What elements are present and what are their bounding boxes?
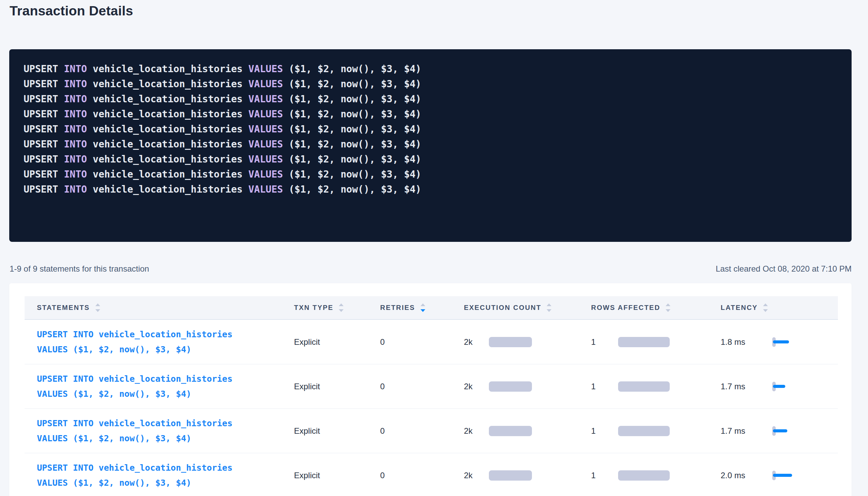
execution-count-cell: 2k xyxy=(464,381,591,392)
statement-line-2: VALUES ($1, $2, now(), $3, $4) xyxy=(37,431,294,446)
latency-value: 1.7 ms xyxy=(721,426,772,436)
sql-statement-line: UPSERT INTO vehicle_location_histories V… xyxy=(24,167,852,182)
table-row: UPSERT INTO vehicle_location_histories V… xyxy=(25,409,838,453)
sql-statement-line: UPSERT INTO vehicle_location_histories V… xyxy=(24,62,852,77)
retries-cell: 0 xyxy=(380,426,464,436)
sort-icon[interactable] xyxy=(547,303,551,312)
sort-icon[interactable] xyxy=(420,303,425,312)
statement-cell: UPSERT INTO vehicle_location_histories V… xyxy=(25,371,294,402)
execution-count-cell: 2k xyxy=(464,426,591,436)
latency-bar xyxy=(773,385,785,388)
execution-count-bar xyxy=(489,381,532,392)
column-header-rows-affected[interactable]: ROWS AFFECTED xyxy=(591,303,721,312)
sql-statement-line: UPSERT INTO vehicle_location_histories V… xyxy=(24,122,852,137)
sort-icon[interactable] xyxy=(763,303,768,312)
sql-table-name: vehicle_location_histories xyxy=(93,93,248,105)
sql-table-name: vehicle_location_histories xyxy=(93,169,248,180)
rows-affected-value: 1 xyxy=(591,426,618,436)
sql-keyword-values: VALUES xyxy=(248,63,289,75)
rows-affected-bar xyxy=(618,381,670,392)
rows-affected-cell: 1 xyxy=(591,337,721,347)
rows-affected-cell: 1 xyxy=(591,426,721,436)
sql-table-name: vehicle_location_histories xyxy=(93,154,248,165)
sql-keyword-into: INTO xyxy=(64,78,93,90)
execution-count-value: 2k xyxy=(464,382,489,391)
statements-count-summary: 1-9 of 9 statements for this transaction xyxy=(10,264,149,274)
statement-line-2: VALUES ($1, $2, now(), $3, $4) xyxy=(37,475,294,491)
statement-line-2: VALUES ($1, $2, now(), $3, $4) xyxy=(37,387,294,402)
column-label: TXN TYPE xyxy=(294,304,333,312)
sort-icon[interactable] xyxy=(666,303,670,312)
execution-count-value: 2k xyxy=(464,337,489,347)
latency-bar-chart xyxy=(772,381,813,392)
rows-affected-value: 1 xyxy=(591,337,618,347)
column-header-txn-type[interactable]: TXN TYPE xyxy=(294,303,380,312)
sort-icon[interactable] xyxy=(95,303,100,312)
sql-keyword-into: INTO xyxy=(64,63,93,75)
retries-cell: 0 xyxy=(380,471,464,480)
sql-token: UPSERT xyxy=(24,169,64,180)
latency-bar xyxy=(773,429,787,432)
retries-cell: 0 xyxy=(380,337,464,347)
execution-count-value: 2k xyxy=(464,471,489,480)
statement-link[interactable]: UPSERT INTO vehicle_location_histories V… xyxy=(37,460,294,491)
execution-count-value: 2k xyxy=(464,426,489,436)
latency-cell: 2.0 ms xyxy=(721,470,838,481)
sql-token: UPSERT xyxy=(24,123,64,135)
latency-value: 1.8 ms xyxy=(721,337,772,347)
statement-link[interactable]: UPSERT INTO vehicle_location_histories V… xyxy=(37,327,294,357)
rows-affected-bar xyxy=(618,337,670,347)
statement-line-1: UPSERT INTO vehicle_location_histories xyxy=(37,371,294,387)
latency-cell: 1.7 ms xyxy=(721,426,838,436)
sql-statement-line: UPSERT INTO vehicle_location_histories V… xyxy=(24,77,852,92)
sql-args: ($1, $2, now(), $3, $4) xyxy=(289,63,421,75)
txn-type-cell: Explicit xyxy=(294,471,380,480)
rows-affected-bar xyxy=(618,426,670,436)
latency-cell: 1.7 ms xyxy=(721,381,838,392)
column-header-latency[interactable]: LATENCY xyxy=(721,303,838,312)
statement-cell: UPSERT INTO vehicle_location_histories V… xyxy=(25,327,294,357)
sql-args: ($1, $2, now(), $3, $4) xyxy=(289,123,421,135)
column-label: LATENCY xyxy=(721,304,758,312)
sql-args: ($1, $2, now(), $3, $4) xyxy=(289,108,421,120)
column-header-execution-count[interactable]: EXECUTION COUNT xyxy=(464,303,591,312)
sql-keyword-values: VALUES xyxy=(248,154,289,165)
table-row: UPSERT INTO vehicle_location_histories V… xyxy=(25,453,838,496)
sql-statement-line: UPSERT INTO vehicle_location_histories V… xyxy=(24,92,852,107)
latency-cell: 1.8 ms xyxy=(721,337,838,347)
sql-keyword-values: VALUES xyxy=(248,123,289,135)
statement-line-1: UPSERT INTO vehicle_location_histories xyxy=(37,327,294,342)
statement-cell: UPSERT INTO vehicle_location_histories V… xyxy=(25,416,294,446)
latency-bar xyxy=(773,474,792,477)
sql-token: UPSERT xyxy=(24,154,64,165)
sql-statement-line: UPSERT INTO vehicle_location_histories V… xyxy=(24,107,852,122)
sql-args: ($1, $2, now(), $3, $4) xyxy=(289,154,421,165)
statement-link[interactable]: UPSERT INTO vehicle_location_histories V… xyxy=(37,371,294,402)
latency-bar xyxy=(773,340,789,343)
column-header-statements[interactable]: STATEMENTS xyxy=(25,303,294,312)
execution-count-bar xyxy=(489,337,532,347)
execution-count-cell: 2k xyxy=(464,337,591,347)
rows-affected-value: 1 xyxy=(591,382,618,391)
statement-line-1: UPSERT INTO vehicle_location_histories xyxy=(37,460,294,475)
page-title: Transaction Details xyxy=(10,3,133,18)
column-label: RETRIES xyxy=(380,304,415,312)
sql-token: UPSERT xyxy=(24,184,64,195)
statements-table-card: STATEMENTS TXN TYPE RETRIES EXECUTION CO… xyxy=(9,283,852,496)
statement-link[interactable]: UPSERT INTO vehicle_location_histories V… xyxy=(37,416,294,446)
column-header-retries[interactable]: RETRIES xyxy=(380,303,464,312)
sql-keyword-into: INTO xyxy=(64,184,93,195)
sql-keyword-values: VALUES xyxy=(248,184,289,195)
table-header: STATEMENTS TXN TYPE RETRIES EXECUTION CO… xyxy=(25,296,838,320)
sql-token: UPSERT xyxy=(24,139,64,150)
column-label: EXECUTION COUNT xyxy=(464,304,541,312)
sql-keyword-values: VALUES xyxy=(248,169,289,180)
rows-affected-value: 1 xyxy=(591,471,618,480)
execution-count-bar xyxy=(489,426,532,436)
sql-table-name: vehicle_location_histories xyxy=(93,108,248,120)
sql-token: UPSERT xyxy=(24,63,64,75)
sql-table-name: vehicle_location_histories xyxy=(93,123,248,135)
txn-type-cell: Explicit xyxy=(294,337,380,347)
sort-icon[interactable] xyxy=(339,303,344,312)
rows-affected-cell: 1 xyxy=(591,381,721,392)
